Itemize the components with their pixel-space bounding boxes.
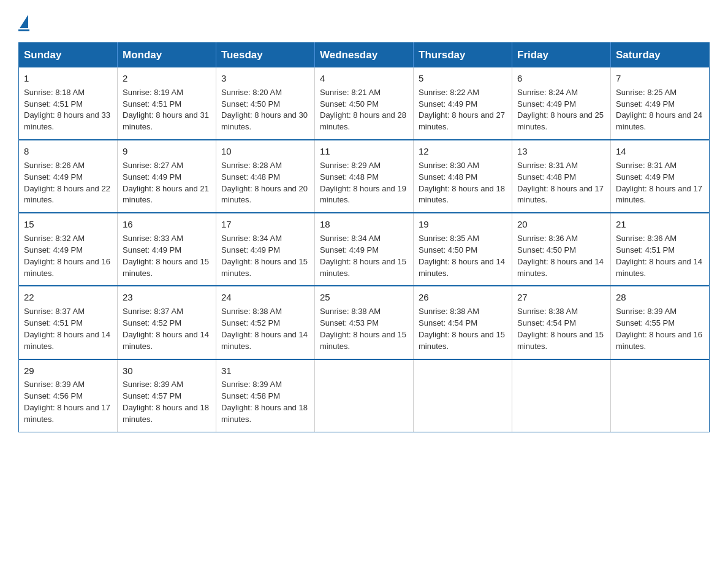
weekday-header-saturday: Saturday: [611, 43, 710, 68]
calendar-day-cell: 5Sunrise: 8:22 AMSunset: 4:49 PMDaylight…: [414, 67, 512, 140]
day-number: 2: [123, 72, 211, 85]
day-number: 23: [123, 291, 211, 304]
calendar-day-cell: 2Sunrise: 8:19 AMSunset: 4:51 PMDaylight…: [118, 67, 216, 140]
day-number: 24: [221, 291, 309, 304]
calendar-day-cell: 30Sunrise: 8:39 AMSunset: 4:57 PMDayligh…: [118, 359, 216, 432]
day-number: 29: [24, 364, 112, 378]
day-number: 16: [123, 218, 211, 231]
day-number: 27: [517, 291, 605, 304]
day-number: 31: [221, 364, 309, 378]
calendar-day-cell: 13Sunrise: 8:31 AMSunset: 4:48 PMDayligh…: [512, 140, 611, 213]
calendar-day-cell: [414, 359, 512, 432]
day-number: 25: [320, 291, 408, 304]
day-number: 7: [616, 72, 704, 85]
weekday-header-wednesday: Wednesday: [315, 43, 414, 68]
weekday-header-tuesday: Tuesday: [216, 43, 315, 68]
calendar-day-cell: [315, 359, 414, 432]
calendar-header: SundayMondayTuesdayWednesdayThursdayFrid…: [19, 43, 710, 68]
calendar-day-cell: [512, 359, 611, 432]
weekday-header-row: SundayMondayTuesdayWednesdayThursdayFrid…: [19, 43, 710, 68]
day-number: 4: [320, 72, 408, 85]
weekday-header-monday: Monday: [118, 43, 216, 68]
day-number: 17: [221, 218, 309, 231]
calendar-day-cell: 28Sunrise: 8:39 AMSunset: 4:55 PMDayligh…: [611, 286, 710, 359]
calendar-day-cell: 14Sunrise: 8:31 AMSunset: 4:49 PMDayligh…: [611, 140, 710, 213]
calendar-week-row: 1Sunrise: 8:18 AMSunset: 4:51 PMDaylight…: [19, 67, 710, 140]
calendar-day-cell: 27Sunrise: 8:38 AMSunset: 4:54 PMDayligh…: [512, 286, 611, 359]
day-number: 20: [517, 218, 605, 231]
calendar-day-cell: 10Sunrise: 8:28 AMSunset: 4:48 PMDayligh…: [216, 140, 315, 213]
day-number: 18: [320, 218, 408, 231]
calendar-table: SundayMondayTuesdayWednesdayThursdayFrid…: [18, 42, 710, 432]
calendar-day-cell: 17Sunrise: 8:34 AMSunset: 4:49 PMDayligh…: [216, 213, 315, 286]
day-number: 22: [24, 291, 112, 304]
calendar-week-row: 29Sunrise: 8:39 AMSunset: 4:56 PMDayligh…: [19, 359, 710, 432]
calendar-day-cell: 19Sunrise: 8:35 AMSunset: 4:50 PMDayligh…: [414, 213, 512, 286]
calendar-day-cell: 9Sunrise: 8:27 AMSunset: 4:49 PMDaylight…: [118, 140, 216, 213]
day-number: 5: [419, 72, 507, 85]
calendar-day-cell: 22Sunrise: 8:37 AMSunset: 4:51 PMDayligh…: [19, 286, 118, 359]
calendar-day-cell: 29Sunrise: 8:39 AMSunset: 4:56 PMDayligh…: [19, 359, 118, 432]
calendar-week-row: 8Sunrise: 8:26 AMSunset: 4:49 PMDaylight…: [19, 140, 710, 213]
day-number: 9: [123, 145, 211, 158]
day-number: 30: [123, 364, 211, 378]
weekday-header-friday: Friday: [512, 43, 611, 68]
calendar-day-cell: 21Sunrise: 8:36 AMSunset: 4:51 PMDayligh…: [611, 213, 710, 286]
page-header: [18, 12, 710, 31]
day-number: 12: [419, 145, 507, 158]
day-number: 21: [616, 218, 704, 231]
weekday-header-thursday: Thursday: [414, 43, 512, 68]
calendar-day-cell: 11Sunrise: 8:29 AMSunset: 4:48 PMDayligh…: [315, 140, 414, 213]
day-number: 6: [517, 72, 605, 85]
weekday-header-sunday: Sunday: [19, 43, 118, 68]
calendar-day-cell: 1Sunrise: 8:18 AMSunset: 4:51 PMDaylight…: [19, 67, 118, 140]
calendar-day-cell: 4Sunrise: 8:21 AMSunset: 4:50 PMDaylight…: [315, 67, 414, 140]
day-number: 1: [24, 72, 112, 85]
day-number: 28: [616, 291, 704, 304]
day-number: 3: [221, 72, 309, 85]
day-number: 10: [221, 145, 309, 158]
logo: [18, 17, 29, 31]
day-number: 8: [24, 145, 112, 158]
calendar-day-cell: 15Sunrise: 8:32 AMSunset: 4:49 PMDayligh…: [19, 213, 118, 286]
calendar-day-cell: 25Sunrise: 8:38 AMSunset: 4:53 PMDayligh…: [315, 286, 414, 359]
calendar-day-cell: 12Sunrise: 8:30 AMSunset: 4:48 PMDayligh…: [414, 140, 512, 213]
day-number: 14: [616, 145, 704, 158]
calendar-day-cell: 16Sunrise: 8:33 AMSunset: 4:49 PMDayligh…: [118, 213, 216, 286]
calendar-day-cell: [611, 359, 710, 432]
calendar-day-cell: 7Sunrise: 8:25 AMSunset: 4:49 PMDaylight…: [611, 67, 710, 140]
calendar-day-cell: 23Sunrise: 8:37 AMSunset: 4:52 PMDayligh…: [118, 286, 216, 359]
calendar-week-row: 22Sunrise: 8:37 AMSunset: 4:51 PMDayligh…: [19, 286, 710, 359]
calendar-day-cell: 20Sunrise: 8:36 AMSunset: 4:50 PMDayligh…: [512, 213, 611, 286]
logo-triangle-icon: [20, 15, 28, 28]
day-number: 11: [320, 145, 408, 158]
day-number: 15: [24, 218, 112, 231]
calendar-week-row: 15Sunrise: 8:32 AMSunset: 4:49 PMDayligh…: [19, 213, 710, 286]
calendar-day-cell: 31Sunrise: 8:39 AMSunset: 4:58 PMDayligh…: [216, 359, 315, 432]
calendar-day-cell: 24Sunrise: 8:38 AMSunset: 4:52 PMDayligh…: [216, 286, 315, 359]
logo-underline: [18, 29, 29, 31]
calendar-day-cell: 8Sunrise: 8:26 AMSunset: 4:49 PMDaylight…: [19, 140, 118, 213]
calendar-day-cell: 6Sunrise: 8:24 AMSunset: 4:49 PMDaylight…: [512, 67, 611, 140]
calendar-day-cell: 18Sunrise: 8:34 AMSunset: 4:49 PMDayligh…: [315, 213, 414, 286]
calendar-day-cell: 26Sunrise: 8:38 AMSunset: 4:54 PMDayligh…: [414, 286, 512, 359]
calendar-body: 1Sunrise: 8:18 AMSunset: 4:51 PMDaylight…: [19, 67, 710, 432]
day-number: 26: [419, 291, 507, 304]
calendar-day-cell: 3Sunrise: 8:20 AMSunset: 4:50 PMDaylight…: [216, 67, 315, 140]
day-number: 19: [419, 218, 507, 231]
day-number: 13: [517, 145, 605, 158]
